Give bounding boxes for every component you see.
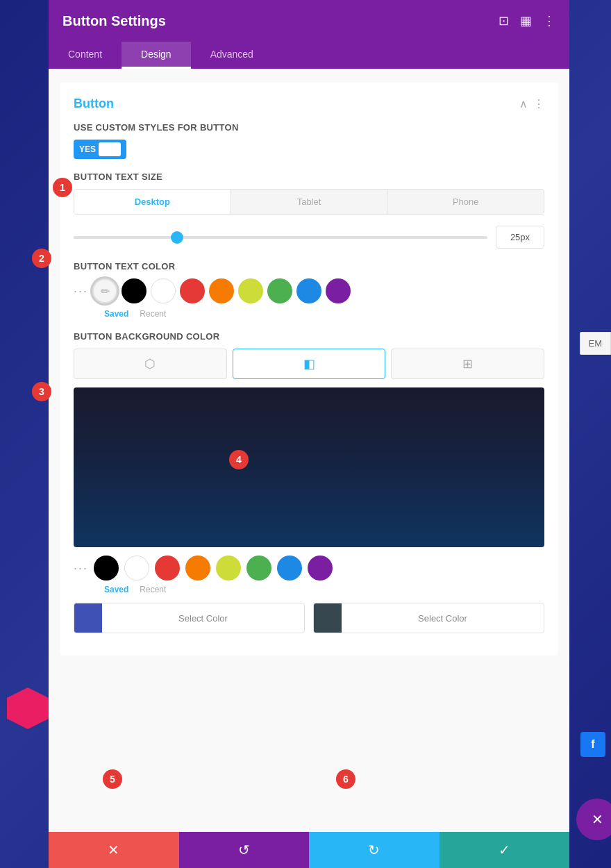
step-badge-1: 1: [53, 178, 72, 197]
toggle-thumb: [99, 142, 121, 156]
button-section: Button ∧ ⋮ Use Custom Styles For Button …: [60, 83, 558, 656]
bg-type-gradient[interactable]: ◧: [233, 349, 386, 379]
cancel-button[interactable]: ✕: [49, 832, 179, 868]
section-more-icon[interactable]: ⋮: [533, 97, 544, 110]
bottom-swatches-row: ···: [74, 556, 544, 581]
settings-panel: Button Settings ⊡ ▦ ⋮ Content Design Adv…: [49, 0, 569, 868]
facebook-icon[interactable]: f: [580, 732, 605, 757]
slider-thumb[interactable]: [171, 231, 183, 244]
color-swatch-black[interactable]: [122, 278, 147, 303]
save-button[interactable]: ✓: [440, 832, 570, 868]
undo-icon: ↺: [238, 842, 250, 858]
bottom-swatch-white[interactable]: [124, 556, 149, 581]
swatch-dots[interactable]: ···: [74, 284, 88, 299]
redo-button[interactable]: ↻: [309, 832, 440, 868]
text-size-row: Button Text Size Desktop Tablet Phone 25…: [74, 172, 544, 249]
tab-advanced[interactable]: Advanced: [191, 42, 273, 69]
slider-track[interactable]: [74, 236, 487, 239]
gradient-preview: [74, 387, 544, 547]
em-button: EM: [580, 332, 612, 355]
slider-value[interactable]: 25px: [496, 226, 544, 249]
section-title: Button: [74, 97, 114, 111]
bottom-swatch-red[interactable]: [155, 556, 180, 581]
recent-btn[interactable]: Recent: [140, 309, 166, 319]
step-badge-3: 3: [32, 382, 51, 401]
header-icons: ⊡ ▦ ⋮: [499, 13, 555, 28]
saved-btn[interactable]: Saved: [104, 309, 128, 319]
undo-button[interactable]: ↺: [179, 832, 310, 868]
collapse-icon[interactable]: ∧: [519, 97, 528, 110]
color-input-1[interactable]: Select Color: [74, 603, 305, 633]
step-badge-4: 4: [229, 450, 249, 469]
text-color-label: Button Text Color: [74, 261, 544, 272]
color-swatch-red[interactable]: [180, 278, 205, 303]
bottom-saved-recent: Saved Recent: [74, 585, 544, 594]
panel-title: Button Settings: [62, 13, 166, 29]
section-header: Button ∧ ⋮: [74, 97, 544, 111]
cancel-icon: ✕: [108, 842, 119, 858]
device-tab-desktop[interactable]: Desktop: [74, 190, 231, 214]
text-color-swatches: ··· ✏: [74, 278, 544, 303]
bottom-swatch-purple[interactable]: [308, 556, 333, 581]
panel-header: Button Settings ⊡ ▦ ⋮: [49, 0, 569, 42]
device-tab-phone[interactable]: Phone: [387, 190, 544, 214]
more-icon[interactable]: ⋮: [543, 13, 555, 28]
panel-footer: ✕ ↺ ↻ ✓: [49, 832, 569, 868]
toggle-container: YES: [74, 140, 544, 159]
device-tabs: Desktop Tablet Phone: [74, 189, 544, 215]
bg-type-solid[interactable]: ⬡: [74, 349, 227, 379]
color-input-text-1: Select Color: [102, 613, 304, 624]
panel-tabs: Content Design Advanced: [49, 42, 569, 69]
tab-design[interactable]: Design: [122, 42, 191, 69]
bottom-swatch-green[interactable]: [246, 556, 271, 581]
toggle-yes-label: YES: [79, 144, 96, 154]
saved-recent-row: Saved Recent: [74, 309, 544, 319]
section-controls: ∧ ⋮: [519, 97, 544, 110]
text-color-row: Button Text Color ··· ✏ Saved Recent: [74, 261, 544, 319]
bottom-swatch-blue[interactable]: [277, 556, 302, 581]
slider-row: 25px: [74, 226, 544, 249]
bg-color-row: Button Background Color ⬡ ◧ ⊞ ···: [74, 331, 544, 633]
color-swatch-green[interactable]: [267, 278, 292, 303]
step-badge-2: 2: [32, 249, 51, 268]
color-swatch-blue[interactable]: [296, 278, 321, 303]
bg-type-image[interactable]: ⊞: [391, 349, 544, 379]
tab-content[interactable]: Content: [49, 42, 122, 69]
custom-styles-row: Use Custom Styles For Button YES: [74, 122, 544, 159]
bg-color-label: Button Background Color: [74, 331, 544, 342]
step-badge-6: 6: [336, 769, 355, 789]
color-input-2[interactable]: Select Color: [313, 603, 544, 633]
bottom-saved-btn[interactable]: Saved: [104, 585, 128, 594]
device-tab-tablet[interactable]: Tablet: [231, 190, 388, 214]
redo-icon: ↻: [368, 842, 380, 858]
slider-fill: [74, 236, 177, 239]
layout-icon[interactable]: ▦: [520, 13, 532, 28]
text-size-label: Button Text Size: [74, 172, 544, 182]
custom-styles-label: Use Custom Styles For Button: [74, 122, 544, 133]
color-input-swatch-1: [74, 603, 102, 633]
bottom-swatch-black[interactable]: [94, 556, 119, 581]
panel-body: Button ∧ ⋮ Use Custom Styles For Button …: [49, 69, 569, 832]
bottom-swatch-orange[interactable]: [185, 556, 210, 581]
crop-icon[interactable]: ⊡: [499, 13, 509, 28]
bottom-swatch-dots[interactable]: ···: [74, 561, 88, 576]
color-input-swatch-2: [314, 603, 342, 633]
color-swatch-yellow[interactable]: [238, 278, 263, 303]
save-icon: ✓: [499, 842, 510, 858]
custom-styles-toggle[interactable]: YES: [74, 140, 126, 159]
color-swatch-purple[interactable]: [326, 278, 351, 303]
color-swatch-white[interactable]: [151, 278, 176, 303]
bg-type-tabs: ⬡ ◧ ⊞: [74, 349, 544, 379]
step-badge-5: 5: [103, 769, 122, 789]
color-swatch-orange[interactable]: [209, 278, 234, 303]
color-inputs-row: Select Color Select Color: [74, 603, 544, 633]
eyedropper-swatch[interactable]: ✏: [92, 278, 117, 303]
color-input-text-2: Select Color: [342, 613, 544, 624]
bottom-recent-btn[interactable]: Recent: [140, 585, 166, 594]
bottom-swatch-yellow[interactable]: [216, 556, 241, 581]
